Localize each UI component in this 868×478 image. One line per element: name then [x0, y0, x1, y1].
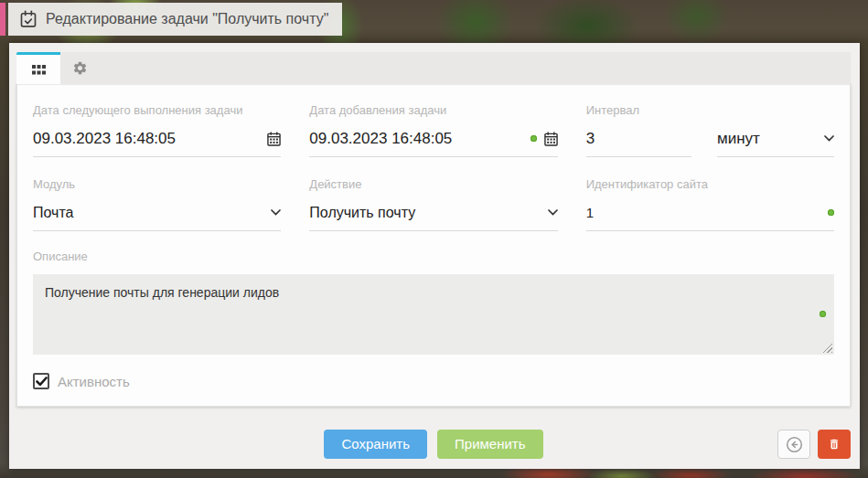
- next-run-date-input[interactable]: [33, 130, 260, 148]
- field-created-date: Дата добавления задачи: [309, 103, 557, 157]
- green-dot-icon: [828, 209, 834, 216]
- utility-buttons: [777, 430, 851, 459]
- field-label: Дата добавления задачи: [309, 103, 557, 117]
- task-form-card: Дата следующего выполнения задачи: [16, 84, 851, 407]
- page-title: Редактирование задачи "Получить почту": [46, 11, 328, 27]
- form-actions: Сохранить Применить: [16, 430, 851, 459]
- title-accent-bar: [0, 3, 5, 36]
- active-checkbox-label: Активность: [58, 374, 130, 389]
- interval-unit-select[interactable]: минут: [717, 129, 834, 157]
- module-value: Почта: [33, 205, 263, 221]
- content-wrap: Дата следующего выполнения задачи: [16, 52, 851, 459]
- field-site-id: Идентификатор сайта: [586, 177, 834, 231]
- calendar-icon[interactable]: [267, 132, 281, 146]
- field-label: Действие: [309, 177, 557, 191]
- tab-main[interactable]: [16, 52, 60, 84]
- grid-icon: [32, 65, 46, 75]
- created-date-input[interactable]: [309, 130, 522, 148]
- tab-bar: [16, 52, 851, 84]
- chevron-down-icon: [548, 209, 558, 216]
- active-checkbox[interactable]: [33, 373, 49, 389]
- apply-button[interactable]: Применить: [437, 430, 543, 459]
- arrow-left-circle-icon: [786, 436, 803, 453]
- field-label: Описание: [33, 250, 834, 263]
- trash-icon: [828, 437, 841, 451]
- field-interval: Интервал минут: [586, 103, 834, 157]
- tab-settings[interactable]: [60, 52, 99, 84]
- field-action: Действие Получить почту: [309, 177, 557, 231]
- gear-icon: [72, 60, 88, 76]
- field-label: Модуль: [33, 177, 281, 191]
- chevron-down-icon: [824, 135, 834, 142]
- window-title-bar: Редактирование задачи "Получить почту": [0, 3, 342, 36]
- description-textarea[interactable]: Получение почты для генерации лидов: [33, 274, 834, 355]
- calendar-icon[interactable]: [544, 132, 558, 146]
- field-label: Дата следующего выполнения задачи: [33, 103, 281, 117]
- field-module: Модуль Почта: [33, 177, 281, 231]
- interval-unit-value: минут: [717, 130, 817, 148]
- field-label: Идентификатор сайта: [586, 177, 834, 191]
- calendar-check-icon: [19, 10, 38, 28]
- title-body: Редактирование задачи "Получить почту": [8, 3, 342, 36]
- chevron-down-icon: [271, 209, 281, 216]
- green-dot-icon: [820, 311, 826, 317]
- delete-button[interactable]: [818, 430, 851, 459]
- field-label: Интервал: [586, 103, 834, 117]
- field-description: Описание Получение почты для генерации л…: [33, 250, 834, 355]
- field-next-run-date: Дата следующего выполнения задачи: [33, 103, 281, 157]
- save-button[interactable]: Сохранить: [324, 430, 427, 459]
- task-edit-window: Дата следующего выполнения задачи: [9, 43, 860, 469]
- site-id-input[interactable]: [586, 205, 820, 220]
- field-active: Активность: [33, 373, 834, 389]
- interval-input[interactable]: [586, 130, 691, 148]
- green-dot-icon: [530, 135, 537, 142]
- back-button[interactable]: [777, 430, 810, 459]
- action-value: Получить почту: [309, 205, 540, 221]
- module-select[interactable]: Почта: [33, 203, 281, 231]
- action-select[interactable]: Получить почту: [309, 203, 557, 231]
